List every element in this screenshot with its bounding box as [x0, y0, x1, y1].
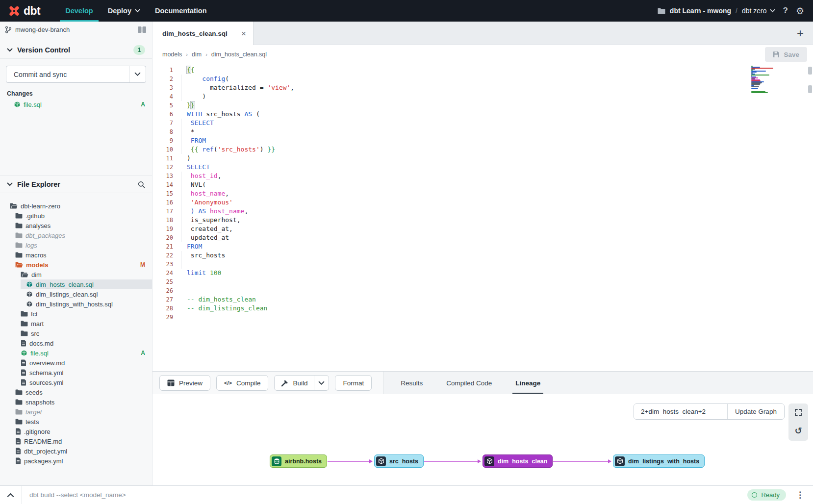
tab-lineage[interactable]: Lineage [515, 372, 540, 394]
save-button[interactable]: Save [765, 47, 807, 62]
save-icon [773, 51, 780, 58]
chevron-up-icon[interactable] [0, 486, 22, 504]
tree-item-sources-yml[interactable]: sources.yml [0, 378, 152, 387]
code-line[interactable]: 10 {{ ref('src_hosts') }} [152, 145, 813, 154]
code-line[interactable]: 20 updated_at [152, 233, 813, 242]
tree-item-seeds[interactable]: seeds [0, 387, 152, 397]
code-line[interactable]: 29 [152, 313, 813, 322]
nav-documentation[interactable]: Documentation [148, 0, 214, 22]
tree-item-docs-md[interactable]: docs.md [0, 338, 152, 348]
tree-item--gitignore[interactable]: .gitignore [0, 427, 152, 436]
tree-item-src[interactable]: src [0, 328, 152, 338]
tree-item-readme-md[interactable]: README.md [0, 436, 152, 446]
code-line[interactable]: 28-- dim_listings_clean [152, 304, 813, 313]
folder-icon [15, 409, 23, 415]
dbt-logo[interactable]: dbt [7, 3, 40, 18]
tree-item-packages-yml[interactable]: packages.yml [0, 456, 152, 466]
tree-item-analyses[interactable]: analyses [0, 221, 152, 230]
folder-open-icon [21, 272, 28, 277]
code-line[interactable]: 26 [152, 286, 813, 295]
commit-options-caret[interactable] [129, 66, 146, 82]
lineage-node-dim-hosts-clean[interactable]: dim_hosts_clean [483, 454, 553, 468]
tree-item-dim-listings-clean-sql[interactable]: dim_listings_clean.sql [0, 289, 152, 299]
tree-item-dim[interactable]: dim [0, 270, 152, 279]
tab-results[interactable]: Results [401, 372, 423, 394]
code-editor[interactable]: 1{{2 config(3 materialized = 'view',4 )5… [152, 64, 813, 371]
code-line[interactable]: 16 'Anonymous' [152, 198, 813, 207]
tree-item-dim-listings-with-hosts-sql[interactable]: dim_listings_with_hosts.sql [0, 299, 152, 309]
code-line[interactable]: 9 FROM [152, 136, 813, 145]
lineage-node-airbnb-hosts[interactable]: airbnb.hosts [270, 454, 327, 468]
code-line[interactable]: 27-- dim_hosts_clean [152, 295, 813, 304]
code-line[interactable]: 6WITH src_hosts AS ( [152, 110, 813, 119]
editor-tab[interactable]: dim_hosts_clean.sql × [152, 22, 254, 45]
gear-icon[interactable]: ⚙ [796, 5, 804, 16]
code-line[interactable]: 8 * [152, 127, 813, 136]
kebab-menu-icon[interactable]: ⋮ [786, 490, 813, 500]
lineage-node-src-hosts[interactable]: src_hosts [374, 454, 424, 468]
tree-item-macros[interactable]: macros [0, 250, 152, 260]
editor-minimap[interactable] [751, 66, 780, 94]
docs-reader-icon[interactable] [138, 26, 146, 33]
file-explorer-header[interactable]: File Explorer [0, 176, 152, 193]
tab-compiled-code[interactable]: Compiled Code [446, 372, 492, 394]
code-line[interactable]: 5}} [152, 101, 813, 110]
tree-item--github[interactable]: .github [0, 211, 152, 221]
code-line[interactable]: 23 [152, 260, 813, 269]
search-icon[interactable] [138, 181, 145, 188]
code-line[interactable]: 14 NVL( [152, 180, 813, 189]
tree-item-overview-md[interactable]: overview.md [0, 358, 152, 368]
tree-item-dbt-packages[interactable]: dbt_packages [0, 230, 152, 240]
code-line[interactable]: 15 host_name, [152, 189, 813, 198]
tree-item-schema-yml[interactable]: schema.yml [0, 368, 152, 378]
nav-deploy[interactable]: Deploy [101, 0, 148, 22]
account-switcher[interactable]: dbt Learn - mwong / dbt zero [658, 7, 775, 15]
new-tab-button[interactable]: + [791, 22, 809, 45]
code-line[interactable]: 24limit 100 [152, 269, 813, 277]
tree-item-dbt-learn-zero[interactable]: dbt-learn-zero [0, 201, 152, 211]
tree-item-snapshots[interactable]: snapshots [0, 397, 152, 407]
project-name[interactable]: dbt zero [742, 7, 775, 15]
changed-file-item[interactable]: file.sqlA [0, 99, 152, 110]
version-control-header[interactable]: Version Control 1 [0, 41, 152, 59]
help-icon[interactable]: ? [782, 6, 789, 16]
preview-button[interactable]: Preview [159, 375, 210, 391]
build-options-caret[interactable] [314, 376, 329, 390]
tree-item-fct[interactable]: fct [0, 309, 152, 319]
build-button[interactable]: Build [275, 376, 314, 390]
code-line[interactable]: 25 [152, 277, 813, 286]
code-line[interactable]: 12SELECT [152, 163, 813, 172]
code-line[interactable]: 22 src_hosts [152, 251, 813, 260]
nav-develop[interactable]: Develop [58, 0, 100, 22]
scrollbar-thumb[interactable] [808, 67, 812, 75]
branch-selector[interactable]: mwong-dev-branch [0, 22, 152, 38]
code-line[interactable]: 13 host_id, [152, 172, 813, 180]
commit-and-sync-button[interactable]: Commit and sync [6, 66, 146, 83]
command-input[interactable] [22, 486, 747, 504]
code-line[interactable]: 7 SELECT [152, 119, 813, 127]
tree-item-dim-hosts-clean-sql[interactable]: dim_hosts_clean.sql [0, 279, 152, 289]
tree-item-dbt-project-yml[interactable]: dbt_project.yml [0, 446, 152, 456]
compile-button[interactable]: </> Compile [216, 375, 268, 391]
lineage-node-label: src_hosts [386, 458, 423, 465]
lineage-node-dim-listings-with-hosts[interactable]: dim_listings_with_hosts [613, 454, 705, 468]
tree-item-mart[interactable]: mart [0, 319, 152, 328]
tree-item-file-sql[interactable]: file.sqlA [0, 348, 152, 358]
code-line[interactable]: 2 config( [152, 75, 813, 83]
code-line[interactable]: 17 ) AS host_name, [152, 207, 813, 216]
scrollbar-mark[interactable] [808, 85, 812, 93]
code-line[interactable]: 21FROM [152, 242, 813, 251]
tree-item-target[interactable]: target [0, 407, 152, 417]
code-line[interactable]: 3 materialized = 'view', [152, 83, 813, 92]
close-icon[interactable]: × [241, 29, 246, 38]
code-line[interactable]: 18 is_superhost, [152, 216, 813, 225]
tree-item-models[interactable]: modelsM [0, 260, 152, 270]
lineage-canvas[interactable]: Update Graph ↺ airbnb.hostssrc_hostsdim_… [152, 394, 813, 485]
tree-item-tests[interactable]: tests [0, 417, 152, 427]
code-line[interactable]: 4 ) [152, 92, 813, 101]
code-line[interactable]: 1{{ [152, 66, 813, 75]
format-button[interactable]: Format [335, 375, 372, 391]
tree-item-logs[interactable]: logs [0, 240, 152, 250]
code-line[interactable]: 11) [152, 154, 813, 163]
code-line[interactable]: 19 created_at, [152, 225, 813, 233]
